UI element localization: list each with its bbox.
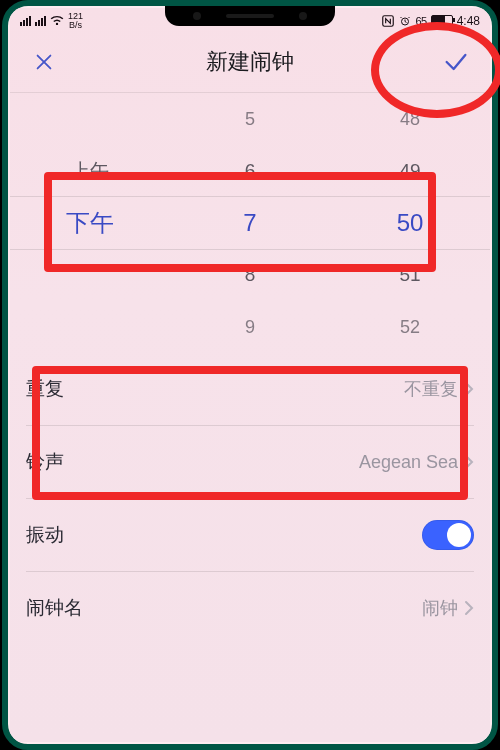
minute-selected: 50: [330, 197, 490, 249]
title-bar: 新建闹钟: [10, 32, 490, 93]
page-title: 新建闹钟: [206, 47, 294, 77]
chevron-right-icon: [464, 454, 474, 470]
close-icon: [33, 51, 55, 73]
check-icon: [442, 48, 470, 76]
battery-icon: [431, 15, 453, 27]
chevron-right-icon: [464, 381, 474, 397]
alarm-icon: [399, 15, 411, 27]
vibrate-row: 振动: [26, 499, 474, 572]
time-picker[interactable]: 上午 下午 5 6 7 8 9 48 49: [10, 93, 490, 353]
name-value: 闹钟: [422, 596, 458, 620]
net-rate: 121B/s: [68, 12, 83, 30]
vibrate-label: 振动: [26, 522, 64, 548]
battery-pct: 65: [415, 15, 426, 27]
signal-icon-2: [35, 16, 46, 26]
repeat-label: 重复: [26, 376, 64, 402]
minute-wheel[interactable]: 48 49 50 51 52: [330, 93, 490, 353]
ampm-selected: 下午: [10, 197, 170, 249]
settings-list: 重复 不重复 铃声 Aegean Sea 振动: [10, 353, 490, 644]
repeat-value: 不重复: [404, 377, 458, 401]
ringtone-label: 铃声: [26, 449, 64, 475]
hour-selected: 7: [170, 197, 330, 249]
signal-icon-1: [20, 16, 31, 26]
nfc-icon: [381, 14, 395, 28]
repeat-row[interactable]: 重复 不重复: [26, 353, 474, 426]
ringtone-value: Aegean Sea: [359, 452, 458, 473]
vibrate-toggle[interactable]: [422, 520, 474, 550]
name-row[interactable]: 闹钟名 闹钟: [26, 572, 474, 644]
hour-wheel[interactable]: 5 6 7 8 9: [170, 93, 330, 353]
wifi-icon: [50, 14, 64, 28]
status-time: 4:48: [457, 14, 480, 28]
chevron-right-icon: [464, 600, 474, 616]
confirm-button[interactable]: [440, 46, 472, 78]
ringtone-row[interactable]: 铃声 Aegean Sea: [26, 426, 474, 499]
ampm-wheel[interactable]: 上午 下午: [10, 93, 170, 353]
name-label: 闹钟名: [26, 595, 83, 621]
close-button[interactable]: [28, 46, 60, 78]
